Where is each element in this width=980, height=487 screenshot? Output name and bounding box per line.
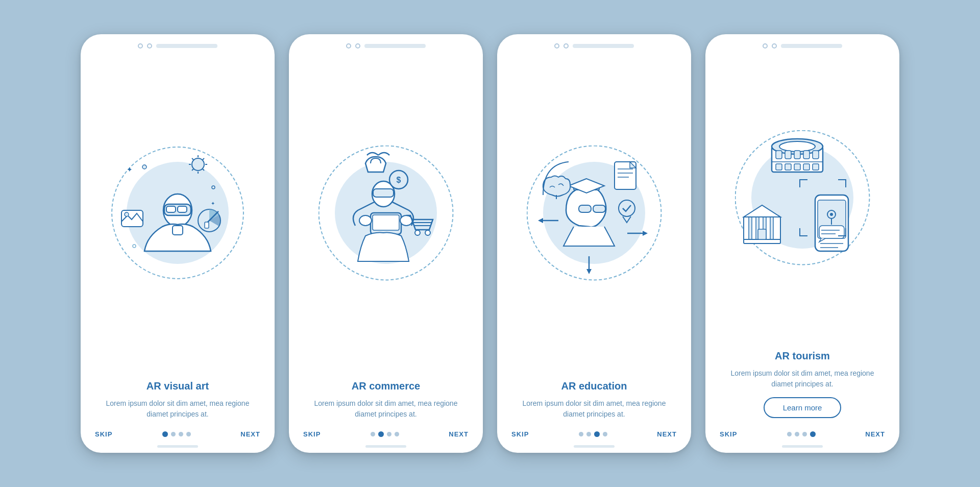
- dot-2c: [586, 432, 591, 436]
- dot-2d: [795, 432, 799, 436]
- svg-rect-21: [205, 222, 209, 228]
- status-dot-5: [554, 43, 559, 48]
- svg-rect-61: [803, 164, 810, 170]
- dot-active: [162, 431, 168, 437]
- dot-1c: [579, 432, 583, 436]
- dot-2: [171, 432, 176, 436]
- svg-rect-59: [785, 164, 791, 170]
- dots-4: [787, 431, 816, 437]
- skip-button-1[interactable]: SKIP: [95, 430, 112, 438]
- illustration-commerce: $: [289, 54, 483, 372]
- skip-button-3[interactable]: SKIP: [511, 430, 529, 438]
- status-dot-7: [763, 43, 768, 48]
- svg-point-36: [425, 230, 430, 235]
- svg-rect-60: [794, 164, 800, 170]
- dots-1: [162, 431, 191, 437]
- text-area-4: AR tourism Lorem ipsum dolor sit dim ame…: [705, 342, 899, 424]
- desc-education: Lorem ipsum dolor sit dim amet, mea regi…: [511, 398, 677, 420]
- svg-point-18: [125, 212, 129, 216]
- illustration-visual-art: ✦ ✦ ✦: [81, 54, 275, 372]
- svg-rect-26: [373, 215, 399, 230]
- svg-rect-58: [776, 164, 782, 170]
- svg-point-45: [619, 200, 635, 216]
- text-area-1: AR visual art Lorem ipsum dolor sit dim …: [81, 372, 275, 424]
- dot-1d: [787, 432, 792, 436]
- svg-line-11: [203, 169, 204, 171]
- top-bar-1: [81, 34, 275, 54]
- dot-4c: [603, 432, 607, 436]
- svg-point-23: [212, 186, 215, 189]
- bottom-nav-2: SKIP NEXT: [289, 424, 483, 445]
- status-dot-4: [355, 43, 360, 48]
- svg-rect-52: [776, 151, 782, 159]
- svg-point-22: [142, 165, 146, 169]
- status-dot-8: [772, 43, 777, 48]
- next-button-4[interactable]: NEXT: [865, 430, 885, 438]
- svg-rect-64: [749, 217, 752, 239]
- bottom-handle-3: [574, 445, 615, 448]
- next-button-3[interactable]: NEXT: [657, 430, 677, 438]
- svg-rect-40: [593, 205, 605, 212]
- status-line-2: [364, 44, 426, 48]
- title-visual-art: AR visual art: [95, 380, 260, 392]
- next-button-1[interactable]: NEXT: [240, 430, 260, 438]
- dot-3b: [387, 432, 391, 436]
- skip-button-4[interactable]: SKIP: [720, 430, 737, 438]
- screen-ar-tourism: AR tourism Lorem ipsum dolor sit dim ame…: [705, 34, 899, 453]
- title-tourism: AR tourism: [720, 350, 885, 362]
- visual-art-svg: ✦ ✦ ✦: [111, 144, 244, 287]
- screen-ar-education: AR education Lorem ipsum dolor sit dim a…: [497, 34, 691, 453]
- svg-point-35: [415, 230, 420, 235]
- status-dot-2: [147, 43, 152, 48]
- dot-1b: [371, 432, 375, 436]
- svg-marker-47: [643, 231, 648, 236]
- svg-rect-55: [803, 151, 810, 159]
- title-commerce: AR commerce: [303, 380, 469, 392]
- screens-container: ✦ ✦ ✦: [60, 14, 920, 473]
- svg-marker-68: [744, 205, 780, 217]
- svg-point-51: [779, 141, 815, 152]
- education-svg: [528, 144, 660, 287]
- top-bar-3: [497, 34, 691, 54]
- svg-point-76: [830, 213, 833, 216]
- svg-point-5: [192, 158, 204, 171]
- dot-4b: [395, 432, 399, 436]
- svg-text:✦: ✦: [211, 201, 215, 206]
- desc-visual-art: Lorem ipsum dolor sit dim amet, mea regi…: [95, 398, 260, 420]
- dot-3c-active: [594, 431, 600, 437]
- dots-2: [371, 431, 399, 437]
- svg-rect-4: [173, 226, 183, 235]
- svg-point-27: [359, 215, 372, 226]
- svg-rect-2: [166, 206, 176, 212]
- svg-text:✦: ✦: [127, 165, 133, 174]
- screen-ar-visual-art: ✦ ✦ ✦: [81, 34, 275, 453]
- skip-button-2[interactable]: SKIP: [303, 430, 321, 438]
- status-line-3: [573, 44, 634, 48]
- commerce-svg: $: [320, 144, 452, 287]
- next-button-2[interactable]: NEXT: [449, 430, 469, 438]
- status-dot-6: [564, 43, 569, 48]
- dot-3: [179, 432, 183, 436]
- svg-line-10: [192, 158, 193, 160]
- svg-rect-62: [813, 164, 819, 170]
- svg-marker-48: [586, 269, 592, 274]
- learn-more-button[interactable]: Learn more: [764, 397, 842, 418]
- dot-4: [186, 432, 191, 436]
- svg-rect-77: [819, 226, 844, 238]
- svg-rect-53: [785, 151, 791, 159]
- bottom-nav-1: SKIP NEXT: [81, 424, 275, 445]
- status-dot-1: [138, 43, 143, 48]
- svg-rect-56: [813, 151, 819, 159]
- desc-tourism: Lorem ipsum dolor sit dim amet, mea regi…: [720, 368, 885, 390]
- dots-3: [579, 431, 607, 437]
- top-bar-2: [289, 34, 483, 54]
- tourism-svg: [736, 129, 869, 272]
- screen-ar-commerce: $ AR commerce Lorem ipsum dolor sit dim …: [289, 34, 483, 453]
- dot-2b-active: [378, 431, 384, 437]
- svg-rect-3: [178, 206, 187, 212]
- bottom-handle-4: [782, 445, 823, 448]
- svg-rect-54: [794, 151, 800, 159]
- title-education: AR education: [511, 380, 677, 392]
- bottom-nav-4: SKIP NEXT: [705, 424, 899, 445]
- svg-rect-30: [373, 189, 394, 197]
